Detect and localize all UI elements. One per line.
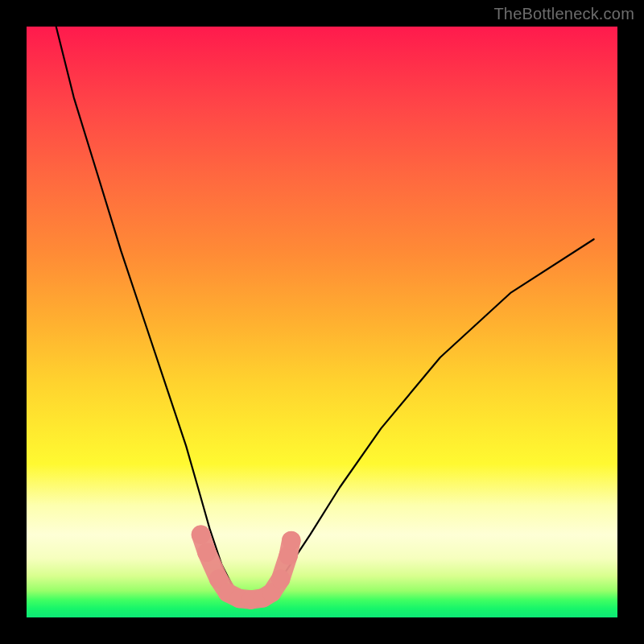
curve-marker [197, 543, 216, 562]
chart-frame: TheBottleneck.com [0, 0, 644, 644]
watermark-text: TheBottleneck.com [493, 5, 634, 23]
curve-marker [192, 526, 210, 544]
curve-marker [271, 570, 290, 588]
bottleneck-curve-svg [27, 27, 617, 617]
plot-area [27, 27, 617, 617]
curve-marker [282, 531, 300, 550]
bottleneck-curve [56, 27, 594, 600]
